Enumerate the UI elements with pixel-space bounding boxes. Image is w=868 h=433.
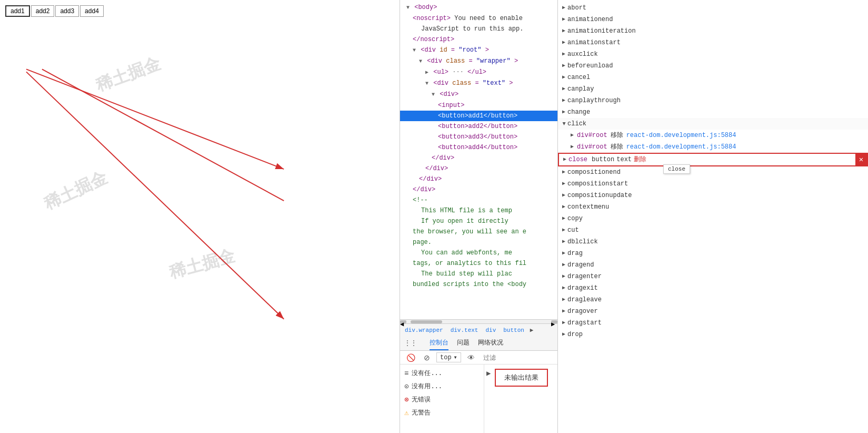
dom-line-btn-add3[interactable]: <button>add3</button> bbox=[400, 132, 557, 142]
no-output-box: 未输出结果 bbox=[495, 369, 548, 387]
dom-line-div-close1[interactable]: </div> bbox=[400, 153, 557, 163]
close-x-button[interactable]: ✕ bbox=[855, 154, 867, 165]
breadcrumb-more-icon[interactable]: ▶ bbox=[530, 327, 534, 333]
dom-line-div-close2[interactable]: </div> bbox=[400, 163, 557, 174]
dom-line-noscript-text[interactable]: JavaScript to run this app. bbox=[400, 24, 557, 34]
event-item-copy[interactable]: ▶ copy bbox=[558, 213, 868, 224]
dom-line-noscript-close[interactable]: </noscript> bbox=[400, 34, 557, 45]
event-child-click-2[interactable]: ▶ div#root 移除 react-dom.development.js:5… bbox=[558, 141, 868, 153]
dom-line-div-close4[interactable]: </div> bbox=[400, 184, 557, 195]
top-selector[interactable]: top ▾ bbox=[436, 352, 461, 362]
event-item-dragend[interactable]: ▶ dragend bbox=[558, 259, 868, 271]
tab-network[interactable]: 网络状况 bbox=[478, 336, 503, 350]
event-item-compositionstart[interactable]: ▶ compositionstart bbox=[558, 178, 868, 190]
dom-line-body[interactable]: ▼ <body> bbox=[400, 2, 557, 13]
event-child-link-2[interactable]: react-dom.development.js:5884 bbox=[626, 142, 736, 152]
dom-line-comment-1[interactable]: This HTML file is a temp bbox=[400, 205, 557, 216]
event-item-cut[interactable]: ▶ cut bbox=[558, 224, 868, 236]
sidebar-no-filter-label: 没有任... bbox=[412, 369, 442, 378]
event-item-drop[interactable]: ▶ drop bbox=[558, 329, 868, 340]
add4-button[interactable]: add4 bbox=[80, 5, 104, 17]
dom-line-input[interactable]: <input> bbox=[400, 100, 557, 111]
event-item-canplaythrough[interactable]: ▶ canplaythrough bbox=[558, 95, 868, 106]
breadcrumb-item-div[interactable]: div bbox=[484, 327, 497, 333]
tab-issues[interactable]: 问题 bbox=[457, 336, 470, 350]
console-menu-icon[interactable]: ⋮⋮ bbox=[404, 339, 417, 347]
sidebar-item-no-error[interactable]: ⊗ 无错误 bbox=[400, 393, 484, 406]
dom-line-div-close3[interactable]: </div> bbox=[400, 174, 557, 184]
console-arrow-btn[interactable]: ▶ bbox=[484, 365, 491, 433]
event-item-dblclick[interactable]: ▶ dblclick bbox=[558, 236, 868, 248]
event-item-close[interactable]: ▶ close button text 删除 ✕ bbox=[558, 153, 868, 166]
close-detail-delete[interactable]: 删除 bbox=[634, 155, 646, 164]
event-item-dragstart[interactable]: ▶ dragstart bbox=[558, 317, 868, 329]
dom-line-comment-4[interactable]: page. bbox=[400, 237, 557, 248]
breadcrumb-item-wrapper[interactable]: div.wrapper bbox=[403, 327, 445, 333]
console-clear-icon[interactable]: ⊘ bbox=[422, 352, 432, 363]
dom-line-div-inner[interactable]: ▼ <div> bbox=[400, 89, 557, 100]
event-item-beforeunload[interactable]: ▶ beforeunload bbox=[558, 60, 868, 72]
event-child-click-1[interactable]: ▶ div#root 移除 react-dom.development.js:5… bbox=[558, 130, 868, 141]
add2-button[interactable]: add2 bbox=[31, 5, 55, 17]
list-icon: ≡ bbox=[404, 369, 408, 378]
dom-line-comment-7[interactable]: The build step will plac bbox=[400, 269, 557, 279]
event-item-animationstart[interactable]: ▶ animationstart bbox=[558, 37, 868, 48]
triangle-icon: ▶ bbox=[563, 155, 566, 164]
event-item-auxclick[interactable]: ▶ auxclick bbox=[558, 48, 868, 60]
dom-line-comment-3[interactable]: the browser, you will see an e bbox=[400, 227, 557, 237]
event-item-contextmenu[interactable]: ▶ contextmenu bbox=[558, 201, 868, 213]
console-body: ≡ 没有任... ⊙ 没有用... ⊗ 无错误 ⚠ 无警告 ▶ bbox=[400, 365, 557, 433]
events-list[interactable]: ▶ abort ▶ animationend ▶ animationiterat… bbox=[558, 0, 868, 433]
event-item-click[interactable]: ▶ click bbox=[558, 118, 868, 130]
event-item-change[interactable]: ▶ change bbox=[558, 106, 868, 118]
dom-line-ul[interactable]: ▶ <ul> ··· </ul> bbox=[400, 67, 557, 78]
dom-line-div-wrapper[interactable]: ▼ <div class = "wrapper" > bbox=[400, 56, 557, 67]
event-item-dragexit[interactable]: ▶ dragexit bbox=[558, 282, 868, 294]
sidebar-item-no-filter[interactable]: ≡ 没有任... bbox=[400, 367, 484, 380]
sidebar-item-no-warning[interactable]: ⚠ 无警告 bbox=[400, 406, 484, 419]
event-item-canplay[interactable]: ▶ canplay bbox=[558, 83, 868, 95]
add3-button[interactable]: add3 bbox=[55, 5, 79, 17]
sidebar-no-user-label: 没有用... bbox=[412, 382, 442, 391]
event-name-compositionend: compositionend bbox=[567, 168, 621, 177]
dom-line-comment-8[interactable]: bundled scripts into the <body bbox=[400, 279, 557, 290]
console-block-icon[interactable]: 🚫 bbox=[404, 352, 417, 363]
dom-line-comment-6[interactable]: tags, or analytics to this fil bbox=[400, 258, 557, 269]
breadcrumb-item-button[interactable]: button bbox=[502, 327, 526, 333]
dom-line-btn-add2[interactable]: <button>add2</button> bbox=[400, 121, 557, 132]
scrollbar-thumb[interactable] bbox=[411, 320, 442, 323]
event-item-cancel[interactable]: ▶ cancel bbox=[558, 72, 868, 83]
dom-scrollbar-h[interactable]: ◀ ▶ bbox=[400, 319, 557, 323]
dom-line-noscript[interactable]: <noscript> You need to enable bbox=[400, 13, 557, 24]
filter-input[interactable] bbox=[481, 353, 558, 362]
event-item-dragleave[interactable]: ▶ dragleave bbox=[558, 294, 868, 306]
event-child-link-1[interactable]: react-dom.development.js:5884 bbox=[626, 131, 736, 140]
event-name-cut: cut bbox=[567, 225, 579, 235]
sidebar-item-no-user[interactable]: ⊙ 没有用... bbox=[400, 380, 484, 393]
dom-line-comment-5[interactable]: You can add webfonts, me bbox=[400, 248, 557, 258]
event-item-abort[interactable]: ▶ abort bbox=[558, 2, 868, 14]
event-item-compositionupdate[interactable]: ▶ compositionupdate bbox=[558, 190, 868, 201]
event-name-compositionupdate: compositionupdate bbox=[567, 191, 632, 200]
event-item-animationiteration[interactable]: ▶ animationiteration bbox=[558, 25, 868, 37]
tab-console[interactable]: 控制台 bbox=[430, 336, 448, 350]
console-eye-icon[interactable]: 👁 bbox=[465, 352, 477, 363]
event-item-compositionend[interactable]: ▶ compositionend bbox=[558, 166, 868, 178]
event-item-animationend[interactable]: ▶ animationend bbox=[558, 14, 868, 25]
dom-tree[interactable]: ▼ <body> <noscript> You need to enable J… bbox=[400, 0, 557, 319]
event-item-drag[interactable]: ▶ drag bbox=[558, 248, 868, 259]
add1-button[interactable]: add1 bbox=[5, 5, 30, 17]
event-name-dragend: dragend bbox=[567, 260, 594, 270]
event-name-drop: drop bbox=[567, 330, 583, 339]
dom-line-btn-add1[interactable]: <button>add1</button> bbox=[400, 111, 557, 121]
event-item-dragenter[interactable]: ▶ dragenter bbox=[558, 271, 868, 282]
breadcrumb-item-text[interactable]: div.text bbox=[449, 327, 480, 333]
dom-line-div-text[interactable]: ▼ <div class = "text" > bbox=[400, 78, 557, 89]
dom-line-comment-2[interactable]: If you open it directly bbox=[400, 216, 557, 227]
dom-line-comment-start[interactable]: <!-- bbox=[400, 195, 557, 205]
dom-panel: ▼ <body> <noscript> You need to enable J… bbox=[400, 0, 558, 433]
sidebar-no-error-label: 无错误 bbox=[412, 395, 431, 404]
dom-line-div-root[interactable]: ▼ <div id = "root" > bbox=[400, 45, 557, 56]
dom-line-btn-add4[interactable]: <button>add4</button> bbox=[400, 142, 557, 153]
event-item-dragover[interactable]: ▶ dragover bbox=[558, 306, 868, 317]
